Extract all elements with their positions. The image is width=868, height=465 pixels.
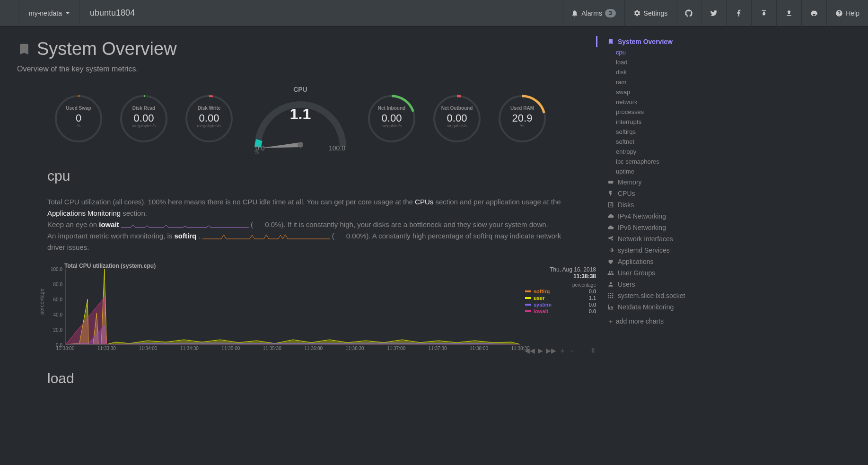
gauge-value: 0.00 [181, 112, 237, 124]
y-tick: 20.0 [47, 327, 62, 333]
sidebar-item-netdata-monitoring[interactable]: Netdata Monitoring [596, 301, 728, 313]
plot-area[interactable] [65, 269, 520, 345]
hostname: ubuntu1804 [79, 8, 145, 18]
navbar: my-netdata ubuntu1804 Alarms 3 Settings … [0, 0, 868, 26]
gauge-disk-read[interactable]: Disk Read 0.00 megabytes/s [115, 90, 172, 147]
sidebar-sub-ipc-semaphores[interactable]: ipc semaphores [596, 157, 728, 167]
gauge-max: 100.0 [329, 144, 345, 152]
gauge-label: Net Inbound [363, 105, 420, 111]
page-subtitle: Overview of the key system metrics. [17, 65, 596, 73]
chart-icon [607, 304, 614, 310]
sidebar-sub-network[interactable]: network [596, 97, 728, 107]
sidebar-add-more[interactable]: ＋ add more charts [596, 315, 728, 329]
upload-button[interactable] [776, 0, 801, 26]
sidebar-item-ipv6-networking[interactable]: IPv6 Networking [596, 222, 728, 233]
sidebar-item-systemd-services[interactable]: systemd Services [596, 245, 728, 256]
share-icon [607, 236, 614, 242]
legend-date: Thu, Aug 16, 2018 [525, 266, 596, 273]
upload-icon [785, 9, 793, 17]
gauge-disk-write[interactable]: Disk Write 0.00 megabytes/s [181, 90, 237, 147]
legend-row[interactable]: iowait0.0 [525, 308, 596, 314]
gauge-used-swap[interactable]: Used Swap 0 % [50, 90, 107, 147]
sidebar-item-applications[interactable]: Applications [596, 256, 728, 267]
chart-resize-icon[interactable]: ⇳ [590, 347, 596, 355]
legend-row[interactable]: user1.1 [525, 295, 596, 301]
sidebar-item-disks[interactable]: Disks [596, 199, 728, 211]
sidebar-sub-uptime[interactable]: uptime [596, 167, 728, 176]
sidebar-sub-softnet[interactable]: softnet [596, 137, 728, 147]
gauge-value: 20.9 [494, 112, 551, 124]
chart-forward-icon[interactable]: ▶▶ [546, 347, 556, 355]
svg-marker-6 [260, 142, 300, 148]
x-tick: 11:37:00 [387, 346, 405, 351]
sidebar-item-label: Memory [618, 178, 642, 186]
heart-icon [607, 258, 614, 265]
legend-series-value: 0.0 [582, 302, 596, 307]
gauge-net-outbound[interactable]: Net Outbound 0.00 megabits/s [429, 90, 485, 147]
plus-icon: ＋ [607, 317, 614, 325]
sidebar-item-memory[interactable]: Memory [596, 176, 728, 188]
gauge-value: 0.00 [363, 112, 420, 124]
gauge-label: Net Outbound [429, 105, 485, 111]
alarms-button[interactable]: Alarms 3 [562, 0, 624, 26]
legend-swatch [525, 304, 531, 306]
legend-time: 11:38:38 [525, 273, 596, 280]
sidebar-item-system-overview[interactable]: System Overview [596, 36, 728, 47]
sidebar-item-label: Disks [618, 201, 634, 209]
sidebar-item-label: systemd Services [618, 246, 670, 254]
sparkline-iowait [121, 222, 249, 228]
chart-zoom-in-icon[interactable]: ＋ [559, 347, 566, 355]
brand-dropdown[interactable]: my-netdata [19, 0, 79, 26]
facebook-icon [735, 9, 743, 17]
link-cpus[interactable]: CPUs [415, 198, 433, 206]
gauge-cpu[interactable]: CPU 1.1 0.0 100.0 % [246, 86, 355, 152]
sidebar-item-network-interfaces[interactable]: Network Interfaces [596, 233, 728, 245]
cogs-icon [607, 247, 614, 254]
gauge-net-inbound[interactable]: Net Inbound 0.00 megabits/s [363, 90, 420, 147]
chart-title: Total CPU utilization (system.cpu) [64, 263, 596, 269]
x-tick: 11:34:30 [180, 346, 199, 351]
sidebar: System Overview cpuloaddiskramswapnetwor… [596, 26, 728, 386]
page-title-text: System Overview [37, 39, 177, 59]
gauge-unit: megabits/s [363, 123, 420, 128]
sidebar-sub-cpu[interactable]: cpu [596, 47, 728, 57]
users-icon [607, 270, 614, 276]
download-button[interactable] [751, 0, 776, 26]
sidebar-sub-softirqs[interactable]: softirqs [596, 127, 728, 137]
sidebar-item-label: User Groups [618, 269, 655, 277]
link-apps[interactable]: Applications Monitoring [47, 209, 121, 217]
gauge-used-ram[interactable]: Used RAM 20.9 % [494, 90, 551, 147]
legend-series-value: 0.0 [582, 289, 596, 294]
cloud-icon [607, 224, 614, 231]
y-ticks: 0.020.040.060.080.0100.0 [47, 269, 63, 345]
legend-row[interactable]: softirq0.0 [525, 289, 596, 294]
sidebar-sub-disk[interactable]: disk [596, 67, 728, 77]
bell-icon [571, 9, 579, 17]
github-button[interactable] [676, 0, 701, 26]
twitter-button[interactable] [701, 0, 726, 26]
legend-row[interactable]: system0.0 [525, 302, 596, 307]
sidebar-item-label: IPv6 Networking [618, 224, 666, 231]
sidebar-item-cpus[interactable]: CPUs [596, 188, 728, 199]
sidebar-item-ipv4-networking[interactable]: IPv4 Networking [596, 211, 728, 222]
sidebar-sub-interrupts[interactable]: interrupts [596, 117, 728, 127]
facebook-button[interactable] [726, 0, 751, 26]
sidebar-sub-ram[interactable]: ram [596, 77, 728, 87]
chart-play-icon[interactable]: ▶ [538, 347, 543, 355]
chart-rewind-icon[interactable]: ◀◀ [525, 347, 535, 355]
sidebar-sub-swap[interactable]: swap [596, 87, 728, 97]
sidebar-sub-entropy[interactable]: entropy [596, 147, 728, 157]
sidebar-item-user-groups[interactable]: User Groups [596, 267, 728, 279]
print-button[interactable] [801, 0, 826, 26]
sidebar-item-system-slice-lxd-socket[interactable]: system.slice lxd.socket [596, 290, 728, 301]
settings-button[interactable]: Settings [624, 0, 676, 26]
sidebar-sub-load[interactable]: load [596, 57, 728, 67]
cloud-icon [607, 213, 614, 219]
help-button[interactable]: Help [826, 0, 868, 26]
cpu-chart[interactable]: Total CPU utilization (system.cpu) perce… [35, 263, 596, 354]
sidebar-item-users[interactable]: Users [596, 279, 728, 290]
sidebar-item-label: Users [618, 281, 635, 288]
metric-iowait: iowait [99, 220, 119, 228]
chart-zoom-out-icon[interactable]: － [569, 347, 575, 355]
sidebar-sub-processes[interactable]: processes [596, 107, 728, 117]
